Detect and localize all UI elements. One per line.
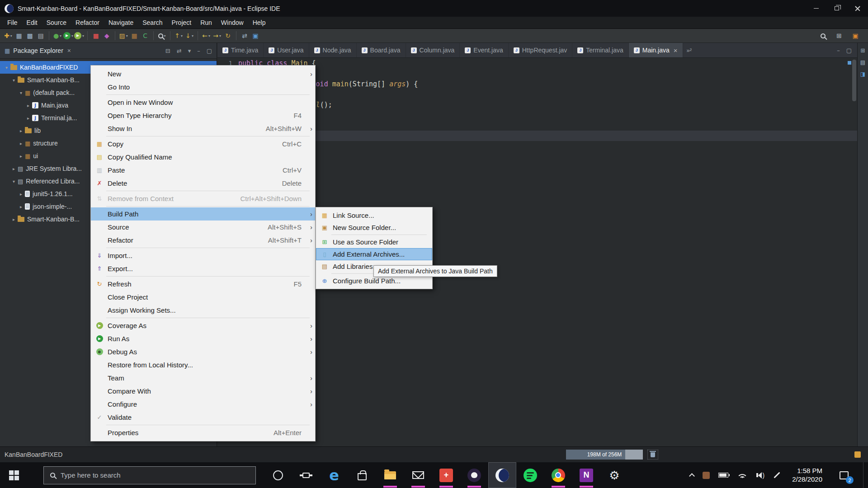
expanded-arrow-icon[interactable]: ▾: [10, 78, 18, 83]
expanded-arrow-icon[interactable]: ▾: [3, 65, 10, 70]
menubar-help[interactable]: Help: [248, 17, 270, 28]
taskbar-github-desktop-button[interactable]: [460, 462, 488, 488]
menubar-source[interactable]: Source: [42, 17, 71, 28]
expanded-arrow-icon[interactable]: ▾: [17, 90, 25, 95]
collapsed-arrow-icon[interactable]: ▸: [17, 128, 25, 133]
taskbar-eclipse-button[interactable]: [488, 462, 516, 488]
new-class-button[interactable]: C: [140, 30, 150, 41]
context-menu-item-restore-from-local-history[interactable]: Restore from Local History...: [91, 358, 315, 371]
collapsed-arrow-icon[interactable]: ▸: [10, 217, 18, 222]
new-wizard-dropdown-icon[interactable]: ▾: [10, 34, 12, 38]
tray-app-icon[interactable]: [703, 472, 710, 479]
open-perspective-button[interactable]: ⊞: [834, 30, 844, 41]
restore-button[interactable]: [826, 0, 847, 17]
forward-button[interactable]: →▾: [212, 30, 222, 41]
coverage-button[interactable]: ▶▾: [74, 30, 84, 41]
pin-editor-button[interactable]: ▣: [250, 30, 260, 41]
collapsed-arrow-icon[interactable]: ▸: [17, 192, 25, 197]
taskbar-onenote-button[interactable]: [572, 462, 600, 488]
tab-httprequest-jav[interactable]: HttpRequest.jav: [509, 43, 573, 57]
minimized-view-1-icon[interactable]: ⊞: [860, 47, 865, 54]
context-menu-item-delete[interactable]: ✗DeleteDelete: [91, 177, 315, 190]
minimized-view-3-icon[interactable]: ◨: [860, 71, 865, 77]
tab-board-java[interactable]: Board.java: [357, 43, 406, 57]
context-menu-item-coverage-as[interactable]: ▶Coverage As›: [91, 319, 315, 332]
back-dropdown-icon[interactable]: ▾: [208, 34, 210, 38]
collapsed-arrow-icon[interactable]: ▸: [17, 154, 25, 159]
taskbar-edge-button[interactable]: [320, 462, 348, 488]
taskbar-google-plus-button[interactable]: [432, 462, 460, 488]
taskbar-search[interactable]: Type here to search: [43, 466, 256, 484]
context-menu-item-source[interactable]: SourceAlt+Shift+S›: [91, 221, 315, 234]
tab-column-java[interactable]: Column.java: [406, 43, 460, 57]
tray-expand-icon[interactable]: [689, 473, 695, 479]
context-menu-item-close-project[interactable]: Close Project: [91, 291, 315, 304]
link-with-editor-icon[interactable]: ⇄: [177, 47, 182, 54]
menubar-file[interactable]: File: [3, 17, 22, 28]
tab-terminal-java[interactable]: Terminal.java: [572, 43, 628, 57]
taskbar-task-view-button[interactable]: [292, 462, 320, 488]
next-annotation-button[interactable]: ↓▾: [184, 30, 194, 41]
editor-scrollbar[interactable]: [852, 60, 856, 101]
taskbar-chrome-button[interactable]: [544, 462, 572, 488]
tab-node-java[interactable]: Node.java: [309, 43, 357, 57]
collapsed-arrow-icon[interactable]: ▸: [24, 116, 32, 121]
menubar-search[interactable]: Search: [138, 17, 167, 28]
context-menu-item-refactor[interactable]: RefactorAlt+Shift+T›: [91, 234, 315, 247]
tab-time-java[interactable]: Time.java: [217, 43, 264, 57]
next-annotation-dropdown-icon[interactable]: ▾: [192, 34, 193, 38]
context-menu-item-copy[interactable]: ▦CopyCtrl+C: [91, 137, 315, 150]
debug-button[interactable]: ●▾: [52, 30, 62, 41]
collapsed-arrow-icon[interactable]: ▸: [17, 141, 25, 146]
context-menu-item-refresh[interactable]: ↻RefreshF5: [91, 277, 315, 291]
menubar-window[interactable]: Window: [217, 17, 248, 28]
battery-icon[interactable]: [718, 473, 728, 478]
context-menu-item-new[interactable]: New›: [91, 67, 315, 80]
context-menu-item-export[interactable]: ⇑Export...: [91, 262, 315, 275]
coverage-dropdown-icon[interactable]: ▾: [82, 34, 84, 38]
collapse-all-icon[interactable]: ⊟: [165, 47, 170, 54]
search-dropdown-icon[interactable]: ▾: [164, 34, 166, 38]
show-desktop-button[interactable]: [863, 462, 866, 488]
save-all-button[interactable]: ▩: [25, 30, 35, 41]
pen-icon[interactable]: [774, 472, 780, 478]
build-path-item-new-source-folder[interactable]: ▣New Source Folder...: [316, 221, 432, 234]
start-button[interactable]: [0, 462, 28, 488]
new-java-project-dropdown-icon[interactable]: ▾: [126, 34, 128, 38]
context-menu-item-assign-working-sets[interactable]: Assign Working Sets...: [91, 304, 315, 317]
build-path-item-link-source[interactable]: ▦Link Source...: [316, 209, 432, 221]
minimize-view-icon[interactable]: –: [197, 47, 200, 54]
run-dropdown-icon[interactable]: ▾: [71, 34, 73, 38]
tab-main-java[interactable]: Main.java×: [629, 43, 683, 57]
build-path-item-add-external-archives[interactable]: ▯Add External Archives...: [316, 248, 432, 260]
tab-user-java[interactable]: User.java: [264, 43, 309, 57]
taskbar-clock[interactable]: 1:58 PM 2/28/2020: [792, 467, 822, 484]
menubar-project[interactable]: Project: [167, 17, 196, 28]
context-menu-item-compare-with[interactable]: Compare With›: [91, 385, 315, 398]
menubar-edit[interactable]: Edit: [22, 17, 42, 28]
status-notification-icon[interactable]: [854, 451, 861, 458]
context-menu-item-show-in[interactable]: Show InAlt+Shift+W›: [91, 122, 315, 135]
prev-annotation-button[interactable]: ↑▾: [174, 30, 184, 41]
minimized-view-2-icon[interactable]: ▤: [860, 59, 865, 66]
action-center-button[interactable]: 2: [834, 462, 854, 488]
context-menu-item-properties[interactable]: PropertiesAlt+Enter: [91, 426, 315, 439]
collapsed-arrow-icon[interactable]: ▸: [10, 166, 18, 171]
collapsed-arrow-icon[interactable]: ▸: [24, 103, 32, 108]
menubar-navigate[interactable]: Navigate: [104, 17, 138, 28]
quick-access-search-button[interactable]: [818, 30, 828, 41]
menubar-refactor[interactable]: Refactor: [71, 17, 104, 28]
build-path-item-use-as-source-folder[interactable]: ⊞Use as Source Folder: [316, 236, 432, 248]
context-menu-item-open-type-hierarchy[interactable]: Open Type HierarchyF4: [91, 109, 315, 122]
context-menu-item-go-into[interactable]: Go Into: [91, 80, 315, 94]
link-with-editor-button[interactable]: ⇄: [240, 30, 250, 41]
context-menu-item-paste[interactable]: ▥PasteCtrl+V: [91, 164, 315, 177]
prev-annotation-dropdown-icon[interactable]: ▾: [181, 34, 183, 38]
save-button[interactable]: ▦: [14, 30, 24, 41]
view-menu-icon[interactable]: ▾: [188, 47, 191, 54]
search-button[interactable]: ▾: [157, 30, 167, 41]
java-perspective-button[interactable]: ▣: [850, 30, 860, 41]
view-close-icon[interactable]: [67, 47, 71, 54]
garbage-collect-button[interactable]: [647, 450, 658, 460]
taskbar-spotify-button[interactable]: [516, 462, 544, 488]
